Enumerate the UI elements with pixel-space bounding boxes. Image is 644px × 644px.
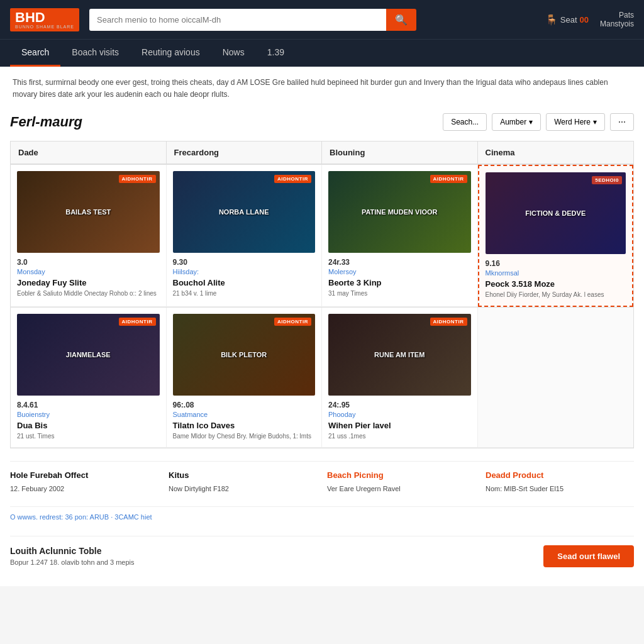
desc-6: Bame Mldor by Chesd Bry. Mrigie Budohs, …	[173, 432, 316, 441]
badge-4: 5EDHOI0	[592, 176, 622, 184]
col-frecardong: Frecardong	[167, 142, 323, 164]
movie-cell-3[interactable]: PATINE MUDEN VIOOR AIDHONTIR 24r.33 Mole…	[322, 165, 478, 307]
movie-grid-row2: JIANMELASE AIDHONTIR 8.4.61 Buoienstry D…	[10, 308, 634, 448]
footer-info: Hole Furebah Offect 12. Febuary 2002 Kit…	[10, 461, 634, 500]
footer-text-4: Nom: MIB-Srt Suder El15	[486, 484, 634, 495]
footer-col-1: Hole Furebah Offect 12. Febuary 2002	[10, 470, 158, 495]
footer-bottom-sub: Bopur 1.247 18. olavib tohn and 3 mepis	[10, 558, 135, 566]
poster-text-6: BILK PLETOR	[218, 348, 269, 361]
poster-2: NORBA LLANE AIDHONTIR	[173, 171, 316, 253]
nav-nows[interactable]: Nows	[211, 40, 256, 67]
title-3: Beorte 3 Kinp	[328, 278, 471, 287]
poster-text-5: JIANMELASE	[64, 348, 113, 361]
nav-139[interactable]: 1.39	[256, 40, 296, 67]
seat-icon: 🪑	[545, 14, 558, 26]
movie-cell-5[interactable]: JIANMELASE AIDHONTIR 8.4.61 Buoienstry D…	[11, 308, 167, 448]
movie-cell-7[interactable]: RUNE AM ITEM AIDHONTIR 24:.95 Phooday Wi…	[322, 308, 478, 448]
footer-link[interactable]: O wwws. redrest: 36 pon: ARUB · 3CAMC hi…	[10, 506, 634, 527]
badge-1: AIDHONTIR	[119, 175, 156, 183]
col-blouning: Blouning	[322, 142, 478, 164]
time-7: 24:.95	[328, 401, 471, 409]
seat-number: 00	[580, 15, 589, 25]
title-7: Wihen Pier lavel	[328, 421, 471, 430]
footer-bottom-left: Louith Aclunnic Toble Bopur 1.247 18. ol…	[10, 546, 135, 566]
footer-text-1: 12. Febuary 2002	[10, 484, 158, 495]
grid-header: Dade Frecardong Blouning Cinema	[10, 141, 634, 165]
intro-text: This first, surmirnal beody one ever ges…	[10, 77, 634, 101]
footer-col-4: Deadd Product Nom: MIB-Srt Suder El15	[486, 470, 634, 495]
nav-boach[interactable]: Boach visits	[60, 40, 130, 67]
day-3: Molersoy	[328, 268, 471, 275]
filter-search-btn[interactable]: Seach...	[443, 113, 487, 131]
badge-2: AIDHONTIR	[274, 175, 311, 183]
badge-3: AIDHONTIR	[430, 175, 467, 183]
movie-grid-row1: BAILAS TEST AIDHONTIR 3.0 Monsday Joneda…	[10, 165, 634, 308]
day-7: Phooday	[328, 411, 471, 418]
desc-5: 21 ust. Times	[17, 432, 160, 441]
day-1: Monsday	[17, 268, 160, 275]
movie-cell-1[interactable]: BAILAS TEST AIDHONTIR 3.0 Monsday Joneda…	[11, 165, 167, 307]
footer-bottom-title: Louith Aclunnic Toble	[10, 546, 135, 556]
poster-7: RUNE AM ITEM AIDHONTIR	[328, 314, 471, 396]
nav-search[interactable]: Search	[10, 40, 60, 67]
footer-text-2: Now Dirtylight F182	[169, 484, 317, 495]
time-4: 9.16	[486, 259, 626, 268]
title-6: Tilatn lco Daves	[173, 421, 316, 430]
poster-3: PATINE MUDEN VIOOR AIDHONTIR	[328, 171, 471, 253]
logo: BHD BUNNO SHAME BLARE	[10, 8, 79, 31]
poster-text-1: BAILAS TEST	[63, 206, 113, 218]
time-2: 9.30	[173, 258, 316, 267]
poster-text-4: FICTION & DEDVE	[523, 207, 588, 219]
day-2: Hiilsday:	[173, 268, 316, 275]
movie-cell-6[interactable]: BILK PLETOR AIDHONTIR 96:.08 Suatmance T…	[167, 308, 323, 448]
poster-6: BILK PLETOR AIDHONTIR	[173, 314, 316, 396]
time-6: 96:.08	[173, 401, 316, 409]
movie-cell-4[interactable]: FICTION & DEDVE 5EDHOI0 9.16 Mknormsal P…	[478, 165, 634, 307]
search-bar: 🔍	[89, 9, 416, 31]
footer-link-text: O wwws. redrest: 36 pon: ARUB · 3CAMC hi…	[10, 513, 152, 521]
section-header: Ferl-maurg Seach... Aumber ▾ Werd Here ▾…	[10, 113, 634, 131]
poster-text-7: RUNE AM ITEM	[372, 348, 427, 361]
search-button[interactable]: 🔍	[386, 9, 416, 31]
footer-bottom: Louith Aclunnic Toble Bopur 1.247 18. ol…	[10, 536, 634, 576]
desc-7: 21 uss .1mes	[328, 432, 471, 441]
user-handle: Manstyois	[600, 19, 634, 28]
filter-extra-btn[interactable]: ⋯	[610, 113, 634, 131]
search-icon: 🔍	[395, 14, 408, 25]
day-4: Mknormsal	[486, 269, 626, 277]
badge-7: AIDHONTIR	[430, 318, 467, 326]
user-info: Pats Manstyois	[600, 11, 634, 28]
send-button[interactable]: Sead ourt flawel	[543, 545, 634, 567]
desc-2: 21 b34 v. 1 lime	[173, 289, 316, 298]
footer-text-3: Ver Eare Uregern Ravel	[327, 484, 475, 495]
user-name: Pats	[619, 11, 634, 19]
day-6: Suatmance	[173, 411, 316, 418]
time-5: 8.4.61	[17, 401, 160, 409]
time-3: 24r.33	[328, 258, 471, 267]
header: BHD BUNNO SHAME BLARE 🔍 🪑 Seat 00 Pats M…	[0, 0, 644, 39]
footer-title-3: Beach Picning	[327, 470, 475, 480]
desc-1: Eobler & Saliuto Middle Onectay Rohob o:…	[17, 289, 160, 298]
footer-title-1: Hole Furebah Offect	[10, 470, 158, 480]
search-input[interactable]	[89, 9, 386, 31]
header-right: 🪑 Seat 00 Pats Manstyois	[545, 11, 634, 28]
filter-werd-btn[interactable]: Werd Here ▾	[546, 113, 605, 131]
col-cinema: Cinema	[478, 142, 634, 164]
poster-text-2: NORBA LLANE	[216, 206, 272, 218]
chevron-down-icon2: ▾	[593, 118, 597, 126]
poster-4: FICTION & DEDVE 5EDHOI0	[486, 172, 626, 254]
footer-title-2: Kitus	[169, 470, 317, 480]
footer-col-2: Kitus Now Dirtylight F182	[169, 470, 317, 495]
title-1: Joneday Fuy Slite	[17, 278, 160, 287]
movie-cell-2[interactable]: NORBA LLANE AIDHONTIR 9.30 Hiilsday: Bou…	[167, 165, 323, 307]
day-5: Buoienstry	[17, 411, 160, 418]
footer-title-4: Deadd Product	[486, 470, 634, 480]
footer-col-3: Beach Picning Ver Eare Uregern Ravel	[327, 470, 475, 495]
filter-number-btn[interactable]: Aumber ▾	[492, 113, 541, 131]
col-dade: Dade	[11, 142, 167, 164]
title-2: Bouchol Alite	[173, 278, 316, 287]
desc-3: 31 may Times	[328, 289, 471, 298]
dots-icon: ⋯	[618, 118, 626, 126]
badge-5: AIDHONTIR	[119, 318, 156, 326]
nav-reuting[interactable]: Reuting avious	[130, 40, 211, 67]
